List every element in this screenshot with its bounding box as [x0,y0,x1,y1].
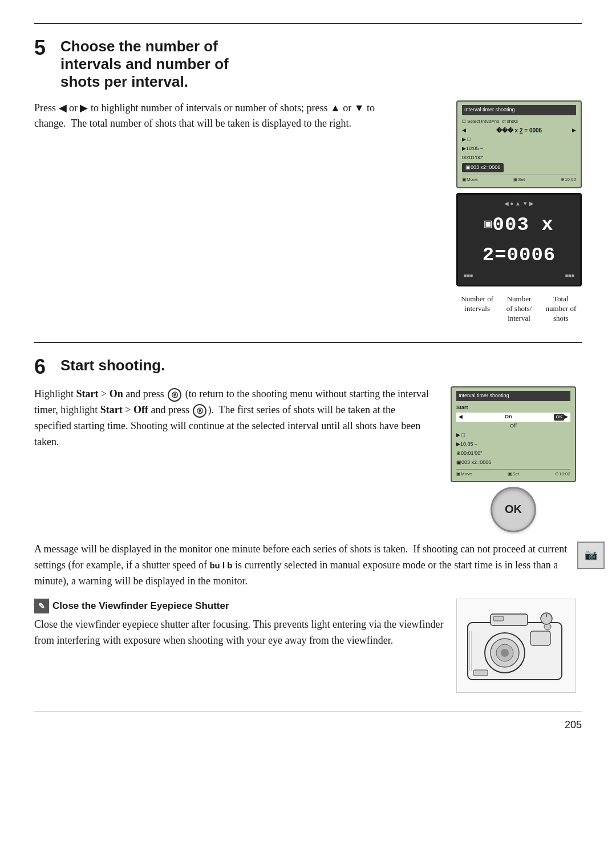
section-6-images: Interval timer shooting Start ◀ On OK ▶ … [445,386,582,532]
camera-svg [462,603,570,688]
svg-rect-9 [473,670,488,676]
lcd-screen-5: Interval timer shooting ⊡ Select intvls×… [456,100,582,188]
section-6-para1: Highlight Start > On and press Ⓚ (to ret… [34,386,431,450]
note-image [456,599,582,693]
label-total: Total number of shots [540,294,582,324]
lcd6-icons: ▶ □ [456,431,570,440]
label-intervals: Number of intervals [456,294,498,324]
display-bottom: ■■■ ■■■ [464,272,574,280]
lcd-row-select: ⊡ Select intvls×no. of shots [462,118,576,126]
section-6-top: Highlight Start > On and press Ⓚ (to ret… [34,386,582,532]
page-number: 205 [34,711,582,733]
lcd-bottom-6: ▣Move ▣Set ⊕10:02 [456,469,570,478]
svg-point-5 [501,649,509,657]
diagram-labels: Number of intervals Number of shots/ int… [456,294,582,324]
note-section: ✎ Close the Viewfinder Eyepiece Shutter … [34,599,582,693]
section-6-title: Start shooting. [60,357,165,374]
section-6-para3: A message will be displayed in the monit… [34,542,582,589]
step-number-6: 6 [34,357,52,377]
step-number-5: 5 [34,38,52,58]
section-5-title: Choose the number ofintervals and number… [60,38,229,91]
section-5-body: Press ◀ or ▶ to highlight number of inte… [34,100,386,132]
display-main-text: ▣003 x 2=0006 [464,210,574,270]
section-5-header: 5 Choose the number ofintervals and numb… [34,38,582,91]
ok-button-illustration: OK [491,487,536,532]
svg-rect-7 [493,616,504,621]
lcd-row-time2: 00:01'00" [462,154,576,163]
lcd6-shots: ▣003 x2=0006 [456,458,570,467]
lcd-bottom-5: ▣Move ▣Set ⊕10:02 [462,175,576,183]
lcd-row-icons1: ▶ □ [462,135,576,144]
interval-display: ◀ ● ▲ ▼ ▶ ▣003 x 2=0006 ■■■ ■■■ [456,193,582,287]
label-shots: Number of shots/ interval [498,294,540,324]
section-6: 6 Start shooting. Highlight Start > On a… [34,342,582,693]
section-6-fullwidth: 📷 A message will be displayed in the mon… [34,542,582,589]
lcd-title-6: Interval timer shooting [456,391,570,401]
display-top-icons: ◀ ● ▲ ▼ ▶ [464,199,574,208]
lcd6-time1: ▶10:05 – [456,440,570,449]
lcd6-on: ◀ On OK ▶ [456,413,570,422]
sidebar-camera-icon: 📷 [577,542,605,569]
lcd6-start: Start [456,403,570,413]
page-container: 5 Choose the number ofintervals and numb… [34,23,582,733]
lcd-row-value: ◀ ��� x 2 = 0006 ▶ [462,126,576,136]
svg-rect-6 [530,631,550,645]
note-body: Close the viewfinder eyepiece shutter af… [34,617,445,649]
lcd-title-5: Interval timer shooting [462,105,576,115]
note-text: ✎ Close the Viewfinder Eyepiece Shutter … [34,599,445,655]
lcd-screen-6: Interval timer shooting Start ◀ On OK ▶ … [451,386,576,482]
section-5: 5 Choose the number ofintervals and numb… [34,23,582,324]
note-pencil-icon: ✎ [34,599,49,613]
note-title: ✎ Close the Viewfinder Eyepiece Shutter [34,599,445,613]
lcd-row-time1: ▶10:05 – [462,144,576,154]
lcd6-off: Off [456,422,570,431]
ok-symbol-1: Ⓚ [168,388,181,402]
section-6-header: 6 Start shooting. [34,357,582,377]
section-5-images: Interval timer shooting ⊡ Select intvls×… [399,100,582,324]
lcd-row-highlight: ▣003 x2=0006 [462,163,576,173]
section-6-text-left: Highlight Start > On and press Ⓚ (to ret… [34,386,431,456]
ok-symbol-2: Ⓚ [193,404,206,418]
section-5-text: Press ◀ or ▶ to highlight number of inte… [34,100,386,138]
section-5-content: Press ◀ or ▶ to highlight number of inte… [34,100,582,324]
lcd6-time2: ⊕00:01'00" [456,449,570,458]
camera-illustration [456,599,576,693]
